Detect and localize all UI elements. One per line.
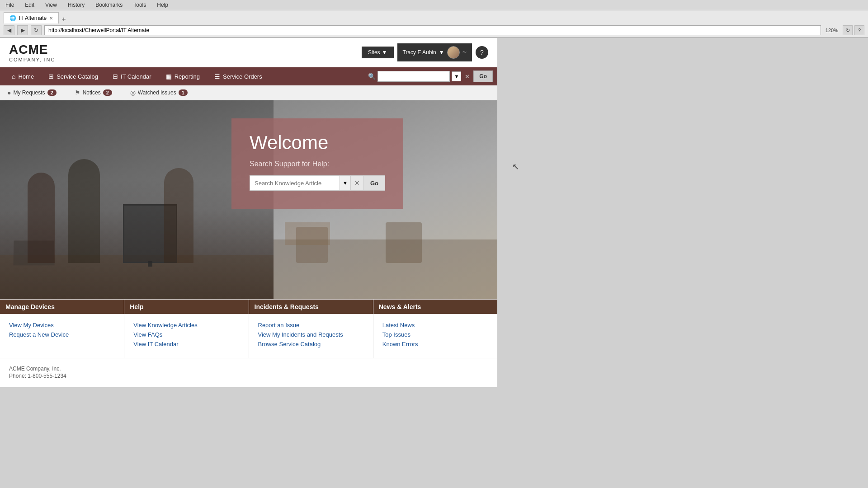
subnav-watched-issues[interactable]: ◎ Watched Issues 1 [121, 85, 197, 100]
link-request-new-device[interactable]: Request a New Device [9, 330, 115, 339]
nav-it-calendar-label: IT Calendar [121, 73, 151, 80]
link-browse-service-catalog[interactable]: Browse Service Catalog [258, 339, 364, 349]
reload-button[interactable]: ↻ [31, 25, 42, 35]
tile-incidents-requests: Incidents & Requests Report an Issue Vie… [249, 300, 373, 358]
watched-issues-badge: 1 [179, 89, 188, 96]
chevron-down-icon: ▼ [439, 49, 444, 56]
tile-help-header: Help [124, 300, 248, 314]
link-report-issue[interactable]: Report an Issue [258, 320, 364, 330]
nav-search-clear-icon[interactable]: ✕ [463, 73, 472, 80]
browser-menubar: File Edit View History Bookmarks Tools H… [0, 0, 868, 10]
browser-tabs: 🌐 IT Alternate ✕ + [0, 10, 868, 23]
sites-label: Sites [368, 49, 380, 56]
browser-tools: ↻ ? [843, 25, 864, 35]
menu-file[interactable]: File [4, 1, 16, 9]
header-right: Sites ▼ Tracy E Aubin ▼ ~ ? [362, 43, 488, 61]
notices-icon: ⚑ [75, 89, 80, 96]
nav-go-button[interactable]: Go [473, 70, 493, 82]
tile-help: Help View Knowledge Articles View FAQs V… [124, 300, 249, 358]
hero-section: Welcome Search Support for Help: ▼ ✕ Go [0, 100, 497, 299]
nav-search-dropdown[interactable]: ▼ [452, 71, 461, 81]
menu-help[interactable]: Help [155, 1, 170, 9]
browser-tab-active[interactable]: 🌐 IT Alternate ✕ [4, 12, 59, 23]
link-view-my-devices[interactable]: View My Devices [9, 320, 115, 330]
footer-company: ACME Company, Inc. [9, 366, 488, 372]
hero-search-dropdown[interactable]: ▼ [340, 175, 351, 191]
nav-search-area: 🔍 ▼ ✕ Go [368, 68, 493, 85]
notices-badge: 2 [103, 89, 112, 96]
user-label: Tracy E Aubin [403, 49, 436, 56]
my-requests-label: My Requests [13, 89, 45, 96]
logo-acme: ACME [9, 42, 55, 57]
tab-title: IT Alternate [19, 15, 47, 21]
header-help-button[interactable]: ? [476, 46, 488, 59]
app-footer: ACME Company, Inc. Phone: 1-800-555-1234 [0, 358, 497, 387]
app-nav: ⌂ Home ⊞ Service Catalog ⊟ IT Calendar ▦… [0, 67, 497, 85]
nav-reporting[interactable]: ▦ Reporting [159, 67, 207, 85]
link-latest-news[interactable]: Latest News [382, 320, 488, 330]
nav-search-input[interactable] [377, 71, 450, 82]
forward-button[interactable]: ▶ [17, 25, 28, 35]
tab-close-btn[interactable]: ✕ [49, 16, 53, 21]
new-tab-button[interactable]: + [59, 15, 68, 23]
watched-issues-label: Watched Issues [138, 89, 176, 96]
menu-bookmarks[interactable]: Bookmarks [94, 1, 124, 9]
reporting-icon: ▦ [166, 73, 172, 80]
app-subnav: ● My Requests 2 ⚑ Notices 2 ◎ Watched Is… [0, 85, 497, 100]
link-view-faqs[interactable]: View FAQs [133, 330, 239, 339]
reload-tool[interactable]: ↻ [843, 25, 853, 35]
right-panel [497, 38, 868, 481]
logo-area: ACME COMPANY, INC [9, 42, 55, 62]
tile-incidents-requests-header: Incidents & Requests [249, 300, 373, 314]
sites-button[interactable]: Sites ▼ [362, 47, 394, 58]
link-top-issues[interactable]: Top Issues [382, 330, 488, 339]
link-known-errors[interactable]: Known Errors [382, 339, 488, 349]
main-content: ACME COMPANY, INC Sites ▼ Tracy E Aubin … [0, 38, 497, 481]
notices-label: Notices [83, 89, 101, 96]
it-calendar-icon: ⊟ [113, 73, 118, 80]
link-view-knowledge-articles[interactable]: View Knowledge Articles [133, 320, 239, 330]
nav-service-catalog[interactable]: ⊞ Service Catalog [41, 67, 105, 85]
nav-it-calendar[interactable]: ⊟ IT Calendar [105, 67, 159, 85]
footer-phone: Phone: 1-800-555-1234 [9, 373, 488, 379]
menu-edit[interactable]: Edit [23, 1, 36, 9]
hero-search-go-button[interactable]: Go [364, 175, 385, 191]
hero-search-row: ▼ ✕ Go [250, 175, 385, 191]
tile-news-alerts-header: News & Alerts [373, 300, 497, 314]
sites-chevron-icon: ▼ [382, 49, 387, 56]
link-view-my-incidents[interactable]: View My Incidents and Requests [258, 330, 364, 339]
tab-favicon: 🌐 [9, 15, 16, 21]
menu-view[interactable]: View [43, 1, 59, 9]
hero-search-input[interactable] [250, 175, 340, 191]
app-header: ACME COMPANY, INC Sites ▼ Tracy E Aubin … [0, 38, 497, 67]
tile-manage-devices-header: Manage Devices [0, 300, 124, 314]
welcome-box: Welcome Search Support for Help: ▼ ✕ Go [231, 118, 403, 209]
nav-reporting-label: Reporting [175, 73, 200, 80]
zoom-level: 120% [824, 28, 840, 33]
avatar [447, 46, 460, 59]
address-input[interactable] [44, 25, 821, 35]
nav-search-icon: 🔍 [368, 73, 376, 80]
menu-history[interactable]: History [66, 1, 86, 9]
nav-home[interactable]: ⌂ Home [5, 67, 41, 85]
browser-chrome: File Edit View History Bookmarks Tools H… [0, 0, 868, 38]
my-requests-icon: ● [7, 89, 11, 96]
link-view-it-calendar[interactable]: View IT Calendar [133, 339, 239, 349]
hero-search-clear-button[interactable]: ✕ [351, 175, 364, 191]
home-icon: ⌂ [12, 73, 15, 80]
my-requests-badge: 2 [47, 89, 57, 96]
subnav-my-requests[interactable]: ● My Requests 2 [7, 85, 66, 100]
help-tool[interactable]: ? [854, 25, 864, 35]
tiles-row: Manage Devices View My Devices Request a… [0, 299, 497, 358]
subnav-notices[interactable]: ⚑ Notices 2 [66, 85, 121, 100]
tile-news-alerts: News & Alerts Latest News Top Issues Kno… [373, 300, 497, 358]
service-catalog-icon: ⊞ [48, 73, 54, 80]
back-button[interactable]: ◀ [4, 25, 14, 35]
nav-service-orders-label: Service Orders [223, 73, 262, 80]
nav-home-label: Home [18, 73, 34, 80]
profile-icon: ~ [462, 48, 467, 56]
nav-service-orders[interactable]: ☰ Service Orders [207, 67, 269, 85]
tile-manage-devices: Manage Devices View My Devices Request a… [0, 300, 124, 358]
user-button[interactable]: Tracy E Aubin ▼ ~ [397, 43, 472, 61]
menu-tools[interactable]: Tools [132, 1, 148, 9]
